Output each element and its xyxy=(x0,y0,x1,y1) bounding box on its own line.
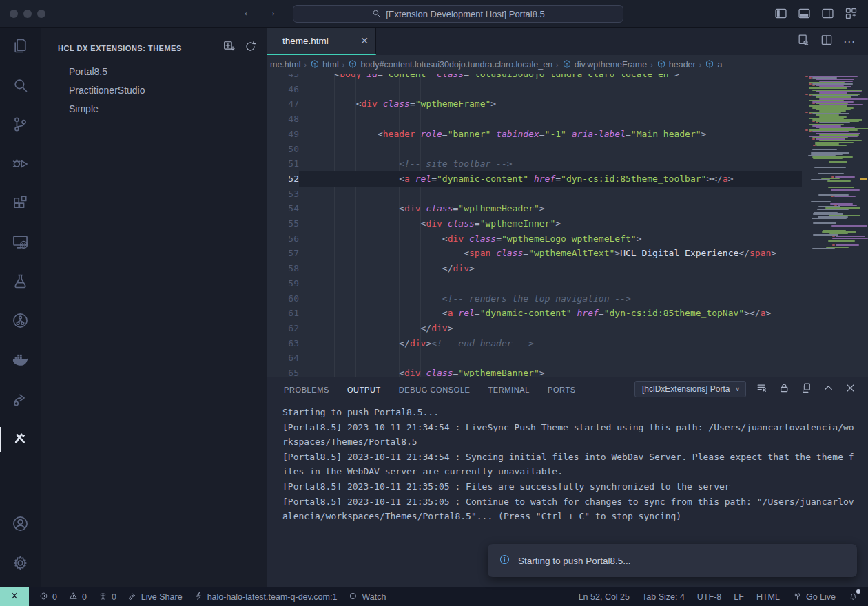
tab-label: theme.html xyxy=(282,36,355,46)
customize-layout-icon[interactable] xyxy=(844,6,858,23)
code-line[interactable]: 50 xyxy=(267,142,802,157)
lock-icon[interactable] xyxy=(778,382,791,397)
panel-tab-debug-console[interactable]: DEBUG CONSOLE xyxy=(399,379,471,399)
activity-bar-item-run-debug[interactable] xyxy=(0,145,41,185)
code-line[interactable]: 62 </div> xyxy=(267,321,802,336)
history-back-button[interactable]: ← xyxy=(242,6,254,19)
code-line[interactable]: 49 <header role="banner" tabindex="-1" a… xyxy=(267,127,802,142)
minimap[interactable] xyxy=(802,74,868,377)
clear-output-icon[interactable] xyxy=(756,382,769,397)
status-item-go-live[interactable]: Go Live xyxy=(792,591,836,603)
chevron-up-icon[interactable] xyxy=(822,382,835,397)
output-line: [Portal8.5] 2023-10-11 21:34:54 : LiveSy… xyxy=(282,420,854,450)
status-item-encoding[interactable]: UTF-8 xyxy=(697,592,721,602)
code-line[interactable]: 46 xyxy=(267,82,802,97)
close-tab-icon[interactable]: ✕ xyxy=(360,35,369,46)
breadcrumb-item[interactable]: header xyxy=(657,59,696,71)
toggle-secondary-sidebar-icon[interactable] xyxy=(820,6,835,23)
status-item-cursor-position[interactable]: Ln 52, Col 25 xyxy=(579,592,630,602)
symbol-cube-icon xyxy=(705,59,714,71)
remote-indicator[interactable] xyxy=(0,587,29,606)
status-item-eol[interactable]: LF xyxy=(734,592,744,602)
sidebar-item-portal8-5[interactable]: Portal8.5 xyxy=(41,63,267,81)
panel-tab-problems[interactable]: PROBLEMS xyxy=(284,379,329,399)
breadcrumb-item[interactable]: me.html xyxy=(270,60,300,70)
status-item-live-share[interactable]: Live Share xyxy=(127,591,183,603)
output-line: Starting to push Portal8.5... xyxy=(282,405,854,420)
code-line[interactable]: 64 xyxy=(267,351,802,366)
activity-bar-item-remote-explorer[interactable] xyxy=(0,224,41,263)
breadcrumb-item[interactable]: body#content.lotusui30dojo.tundra.claro.… xyxy=(348,59,552,71)
sidebar-item-simple[interactable]: Simple xyxy=(41,100,267,118)
breadcrumb-label: a xyxy=(717,60,722,70)
toggle-sidebar-icon[interactable] xyxy=(774,6,788,23)
status-item-errors[interactable]: 0 xyxy=(39,591,57,603)
activity-bar-item-accounts[interactable] xyxy=(0,505,41,545)
code-line[interactable]: 61 <a rel="dynamic-content" href="dyn-cs… xyxy=(267,306,802,321)
code-line[interactable]: 56 <div class="wpthemeLogo wpthemeLeft"> xyxy=(267,231,802,247)
more-actions-icon[interactable]: ⋯ xyxy=(843,34,856,49)
activity-bar-item-source-control[interactable] xyxy=(0,106,41,145)
code-line[interactable]: 52 <a rel="dynamic-content" href="dyn-cs… xyxy=(267,171,802,187)
code-line[interactable]: 63 </div><!-- end header --> xyxy=(267,336,802,351)
code-line[interactable]: 45 <body id="content" class="lotusui30do… xyxy=(267,74,802,82)
tab-theme-html[interactable]: theme.html ✕ xyxy=(267,28,376,55)
output-channel-select[interactable]: [hclDxExtensions] Porta ∨ xyxy=(634,381,746,397)
close-icon[interactable] xyxy=(844,382,857,397)
zoom-window-button[interactable] xyxy=(37,10,45,18)
code-line[interactable]: 58 </div> xyxy=(267,261,802,276)
traffic-lights[interactable] xyxy=(10,10,45,18)
activity-bar-item-extensions[interactable] xyxy=(0,185,41,224)
notification-toast[interactable]: Starting to push Portal8.5... xyxy=(488,544,857,577)
code-line[interactable]: 54 <div class="wpthemeHeader"> xyxy=(267,201,802,216)
activity-bar xyxy=(0,28,41,587)
status-item-remote-host[interactable]: halo-halo-latest.team-q-dev.com:1 xyxy=(194,591,338,603)
status-item-notifications[interactable] xyxy=(848,591,858,603)
history-forward-button[interactable]: → xyxy=(265,6,277,19)
command-center-search[interactable]: [Extension Development Host] Portal8.5 xyxy=(293,5,623,23)
breadcrumb-item[interactable]: div.wpthemeFrame xyxy=(562,59,647,71)
code-line-content: </div> xyxy=(299,261,802,276)
code-line[interactable]: 48 xyxy=(267,112,802,127)
code-line[interactable]: 60 <!-- renders the top navigation --> xyxy=(267,291,802,306)
code-line[interactable]: 55 <div class="wpthemeInner"> xyxy=(267,216,802,231)
pages-icon[interactable] xyxy=(800,382,813,397)
activity-bar-item-gitlens[interactable] xyxy=(0,302,41,342)
code-line-content: <div class="wpthemeFrame"> xyxy=(299,96,802,112)
code-line[interactable]: 65 <div class="wpthemeBanner"> xyxy=(267,366,802,377)
close-window-button[interactable] xyxy=(10,10,18,18)
status-item-warnings[interactable]: 0 xyxy=(68,591,87,603)
code-line[interactable]: 53 xyxy=(267,187,802,202)
activity-bar-item-live-share[interactable] xyxy=(0,381,41,420)
panel-tab-ports[interactable]: PORTS xyxy=(548,379,576,399)
code-line[interactable]: 57 <span class="wpthemeAltText">HCL Digi… xyxy=(267,246,802,261)
activity-bar-item-settings[interactable] xyxy=(0,545,41,584)
split-editor-icon[interactable] xyxy=(820,33,834,50)
breadcrumb-item[interactable]: a xyxy=(705,59,722,71)
status-item-language-mode[interactable]: HTML xyxy=(756,592,780,602)
panel-tab-terminal[interactable]: TERMINAL xyxy=(488,379,530,399)
toggle-panel-icon[interactable] xyxy=(797,6,812,23)
new-item-icon[interactable] xyxy=(223,40,236,56)
status-item-indentation[interactable]: Tab Size: 4 xyxy=(642,592,685,602)
code-line[interactable]: 47 <div class="wpthemeFrame"> xyxy=(267,96,802,112)
open-changes-icon[interactable] xyxy=(796,33,810,50)
activity-bar-item-testing[interactable] xyxy=(0,263,41,302)
refresh-icon[interactable] xyxy=(244,40,257,56)
activity-bar-item-docker[interactable] xyxy=(0,342,41,381)
activity-bar-item-search[interactable] xyxy=(0,67,41,106)
sidebar-item-practitionerstudio[interactable]: PractitionerStudio xyxy=(41,81,267,100)
activity-bar-item-explorer[interactable] xyxy=(0,28,41,67)
status-item-watch[interactable]: Watch xyxy=(348,591,386,603)
activity-bar-item-hcl-dx-extensions[interactable] xyxy=(0,420,41,459)
remote-explorer-icon xyxy=(11,233,30,254)
code-line[interactable]: 51 <!-- site toolbar --> xyxy=(267,156,802,171)
code-editor[interactable]: 45 <body id="content" class="lotusui30do… xyxy=(267,74,868,377)
code-line[interactable]: 59 xyxy=(267,276,802,291)
breadcrumb-item[interactable]: html xyxy=(310,59,339,71)
status-item-label: HTML xyxy=(756,592,780,602)
minimize-window-button[interactable] xyxy=(23,10,32,18)
symbol-cube-icon xyxy=(562,59,572,71)
status-item-broadcast-count[interactable]: 0 xyxy=(98,591,116,603)
panel-tab-output[interactable]: OUTPUT xyxy=(347,379,381,399)
